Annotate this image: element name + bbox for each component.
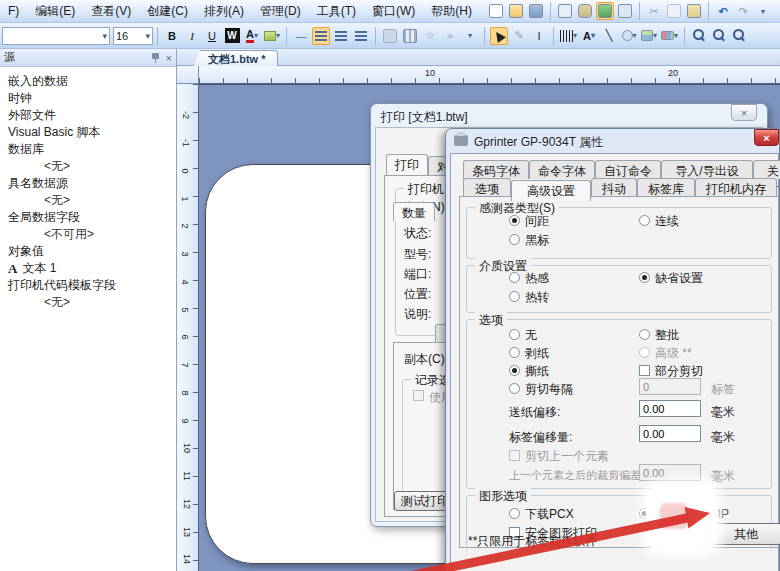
selection-tool[interactable] xyxy=(490,27,508,45)
tree-item[interactable]: 时钟 xyxy=(0,90,176,107)
close-icon[interactable]: × xyxy=(731,104,757,121)
pencil-tool[interactable]: ✎ xyxy=(510,27,528,45)
tree-item[interactable]: 外部文件 xyxy=(0,107,176,124)
tree-item[interactable]: 嵌入的数据 xyxy=(0,73,176,90)
copy-icon[interactable] xyxy=(665,2,683,20)
tree-item[interactable]: Visual Basic 脚本 xyxy=(0,124,176,141)
undo-icon[interactable]: ↶ xyxy=(714,2,732,20)
frame-style-icon[interactable] xyxy=(381,27,399,45)
tab-stocks[interactable]: 标签库 xyxy=(637,178,695,197)
label-offset-input[interactable] xyxy=(639,425,701,442)
shape-tool[interactable]: ▾ xyxy=(620,27,638,45)
default-settings-radio[interactable] xyxy=(639,272,650,283)
tab-advanced-settings[interactable]: 高级设置 xyxy=(511,180,591,201)
tree-item[interactable]: 打印机代码模板字段 xyxy=(0,277,176,294)
highlight-color-icon[interactable]: ▾ xyxy=(263,27,281,45)
menu-help[interactable]: 帮助(H) xyxy=(423,0,480,23)
menu-arrange[interactable]: 排列(A) xyxy=(196,0,252,23)
new-document-icon[interactable] xyxy=(487,2,505,20)
pcx-radio[interactable] xyxy=(509,508,520,519)
save-icon[interactable] xyxy=(527,2,545,20)
menu-edit[interactable]: 编辑(E) xyxy=(27,0,83,23)
font-name-combo[interactable]: ▾ xyxy=(2,27,110,45)
italic-button[interactable]: I xyxy=(183,27,201,45)
tree-item[interactable]: 数据库 xyxy=(0,141,176,158)
wave-style-icon[interactable]: ≈ xyxy=(441,27,459,45)
none-radio[interactable] xyxy=(509,329,520,340)
zoom-in-icon[interactable] xyxy=(690,27,708,45)
batch-radio[interactable] xyxy=(639,329,650,340)
menu-file-partial[interactable]: F) xyxy=(0,1,27,21)
zoom-out-icon[interactable] xyxy=(710,27,728,45)
tab-custom-commands[interactable]: 自订命令 xyxy=(595,160,661,179)
blackmark-radio[interactable] xyxy=(509,234,520,245)
text-tool[interactable]: A▾ xyxy=(580,27,598,45)
tab-print[interactable]: 打印 xyxy=(386,154,428,175)
tab-import-export[interactable]: 导入/导出设置 xyxy=(661,160,753,179)
line-tool[interactable]: ╲ xyxy=(600,27,618,45)
tab-about[interactable]: 关于 xyxy=(753,160,780,179)
partial-cut-checkbox[interactable] xyxy=(639,365,650,376)
cut-last-checkbox[interactable] xyxy=(509,450,520,461)
menu-window[interactable]: 窗口(W) xyxy=(364,0,423,23)
menu-create[interactable]: 创建(C) xyxy=(139,0,196,23)
print-preview-icon[interactable] xyxy=(596,2,614,20)
page-setup-icon[interactable] xyxy=(556,2,574,20)
tab-options[interactable]: 选项 xyxy=(463,178,511,197)
menu-view[interactable]: 查看(V) xyxy=(83,0,139,23)
barcode-tool[interactable]: ▾ xyxy=(559,27,578,45)
continuous-radio[interactable] xyxy=(639,215,650,226)
zoom-fit-icon[interactable] xyxy=(730,27,748,45)
image-tool[interactable]: ▾ xyxy=(640,27,658,45)
feed-offset-input[interactable] xyxy=(639,400,701,417)
tree-item[interactable]: 具名数据源 xyxy=(0,175,176,192)
horizontal-ruler[interactable]: 10 20 xyxy=(199,66,780,84)
crop-after-input[interactable] xyxy=(639,464,701,481)
tab-command-fonts[interactable]: 命令字体 xyxy=(529,160,595,179)
bold-button[interactable]: B xyxy=(163,27,181,45)
tab-barcode-fonts[interactable]: 条码字体 xyxy=(463,160,529,179)
font-size-combo[interactable]: 16▾ xyxy=(113,27,153,45)
database-icon[interactable] xyxy=(576,2,594,20)
pin-icon[interactable] xyxy=(151,52,160,64)
paste-icon[interactable] xyxy=(685,2,703,20)
thermal-radio[interactable] xyxy=(509,272,520,283)
align-right-icon[interactable] xyxy=(352,27,370,45)
tree-item[interactable]: <无> xyxy=(0,192,176,209)
align-left-icon[interactable] xyxy=(312,27,330,45)
cut-every-input[interactable] xyxy=(639,378,701,395)
transfer-radio[interactable] xyxy=(509,291,520,302)
style-overflow-icon[interactable]: ▾ xyxy=(461,27,479,45)
cut-icon[interactable]: ✂ xyxy=(645,2,663,20)
tab-quantity[interactable]: 数量 xyxy=(393,202,435,221)
gap-radio[interactable] xyxy=(509,215,520,226)
tear-radio[interactable] xyxy=(509,365,520,376)
document-tab[interactable]: 文档1.btw * xyxy=(193,50,278,66)
peel-radio[interactable] xyxy=(509,347,520,358)
tab-printer-memory[interactable]: 打印机内存 xyxy=(695,178,777,197)
open-icon[interactable] xyxy=(507,2,525,20)
toolbar-overflow-icon[interactable]: ▾ xyxy=(754,2,772,20)
align-center-icon[interactable] xyxy=(332,27,350,45)
advanced-radio[interactable] xyxy=(639,347,650,358)
tab-dithering[interactable]: 抖动 xyxy=(591,178,637,197)
line-style-icon[interactable]: — xyxy=(292,27,310,45)
grid-style-icon[interactable] xyxy=(401,27,419,45)
tree-item[interactable]: <无> xyxy=(0,294,176,311)
object-tool[interactable]: ▾ xyxy=(660,27,679,45)
star-style-icon[interactable]: ☆ xyxy=(421,27,439,45)
menu-manage[interactable]: 管理(D) xyxy=(252,0,309,23)
use-checkbox[interactable] xyxy=(413,390,424,401)
close-panel-icon[interactable]: × xyxy=(166,52,172,64)
vertical-ruler[interactable]: -2 -1 0 1 2 3 4 5 6 7 8 9 10 11 12 13 14… xyxy=(177,84,199,571)
tree-item[interactable]: 对象值 xyxy=(0,243,176,260)
close-icon[interactable]: × xyxy=(754,129,779,146)
cut-every-radio[interactable] xyxy=(509,383,520,394)
text-cursor-tool[interactable]: I xyxy=(530,27,548,45)
tree-item-text1[interactable]: A文本 1 xyxy=(0,260,176,277)
w-style-icon[interactable]: W xyxy=(223,27,241,45)
tree-item[interactable]: 全局数据字段 xyxy=(0,209,176,226)
print-icon[interactable] xyxy=(616,2,634,20)
underline-button[interactable]: U xyxy=(203,27,221,45)
other-button[interactable]: 其他 xyxy=(710,523,780,545)
